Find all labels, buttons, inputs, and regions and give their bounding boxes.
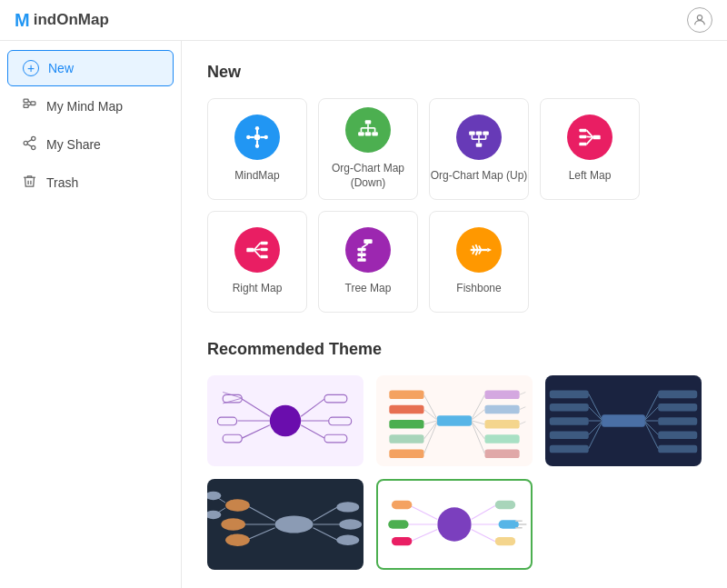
map-card-rightmap[interactable]: Right Map [207, 211, 307, 313]
svg-rect-53 [357, 248, 365, 252]
svg-rect-108 [550, 404, 589, 412]
svg-point-132 [221, 518, 245, 530]
svg-point-67 [270, 405, 301, 436]
sidebar-mymindmap-label: My Mind Map [46, 99, 123, 114]
leftmap-label: Left Map [569, 169, 612, 184]
theme-card-3[interactable] [545, 375, 702, 466]
svg-line-145 [410, 505, 437, 519]
map-card-orgchartup[interactable]: Org-Chart Map (Up) [429, 98, 529, 200]
svg-rect-118 [658, 404, 697, 412]
sidebar-item-myshare[interactable]: My Share [7, 126, 174, 163]
svg-point-131 [225, 499, 250, 511]
svg-line-123 [645, 407, 658, 420]
header: M indOnMap [0, 0, 727, 41]
svg-rect-2 [24, 105, 28, 108]
map-card-fishbone[interactable]: Fishbone [429, 211, 529, 313]
theme-preview-5 [378, 481, 531, 568]
svg-rect-20 [365, 121, 372, 125]
map-grid: MindMap [207, 98, 702, 313]
svg-rect-41 [579, 143, 586, 146]
svg-rect-82 [437, 415, 472, 425]
svg-rect-119 [658, 417, 697, 425]
svg-rect-85 [389, 420, 423, 429]
svg-rect-120 [658, 431, 697, 439]
svg-rect-40 [579, 135, 586, 139]
svg-point-0 [697, 15, 702, 20]
logo-m-letter: M [15, 10, 30, 31]
sidebar-item-mymindmap[interactable]: My Mind Map [7, 88, 174, 125]
theme-preview-2 [376, 375, 533, 466]
svg-rect-106 [602, 414, 645, 426]
svg-line-112 [589, 394, 602, 419]
svg-rect-111 [550, 445, 589, 453]
map-card-orgchartdown[interactable]: Org-Chart Map (Down) [318, 98, 418, 200]
svg-line-151 [472, 505, 495, 519]
svg-line-102 [472, 423, 484, 453]
mindmap-label: MindMap [234, 169, 279, 184]
map-card-mindmap[interactable]: MindMap [207, 98, 307, 200]
svg-rect-154 [495, 501, 515, 509]
map-card-treemap[interactable]: Tree Map [318, 211, 418, 313]
svg-line-122 [645, 394, 658, 419]
sidebar-item-new[interactable]: + New [7, 50, 174, 86]
mymindmap-icon [22, 97, 37, 115]
svg-line-98 [472, 394, 484, 419]
svg-line-10 [27, 140, 32, 143]
theme-preview-1 [207, 375, 364, 466]
myshare-icon [22, 135, 37, 154]
theme-card-5[interactable] [376, 479, 533, 570]
recommended-section: Recommended Theme [207, 340, 702, 570]
rightmap-icon-circle [234, 227, 280, 273]
sidebar: + New My Mind Map [0, 41, 182, 588]
theme-preview-3 [545, 375, 702, 466]
svg-line-92 [424, 423, 437, 453]
mindmap-icon-circle [234, 115, 280, 160]
theme-card-1[interactable] [207, 375, 364, 466]
svg-point-127 [275, 515, 314, 533]
map-card-leftmap[interactable]: Left Map [540, 98, 640, 200]
svg-rect-117 [658, 391, 697, 399]
svg-rect-39 [579, 129, 586, 133]
svg-rect-107 [550, 391, 589, 399]
rightmap-label: Right Map [233, 282, 283, 296]
svg-line-115 [589, 422, 602, 434]
svg-point-18 [246, 135, 250, 139]
svg-rect-55 [357, 259, 365, 263]
new-icon: + [23, 60, 39, 76]
svg-rect-54 [357, 254, 365, 257]
svg-rect-52 [364, 240, 372, 244]
svg-line-125 [645, 422, 658, 434]
svg-line-126 [645, 423, 658, 449]
svg-line-91 [424, 422, 437, 439]
svg-rect-45 [246, 248, 254, 253]
svg-line-138 [314, 507, 338, 521]
svg-rect-95 [484, 420, 519, 429]
user-avatar-button[interactable] [687, 7, 712, 33]
theme-preview-4 [207, 479, 364, 570]
orgchartdown-icon-circle [345, 107, 391, 153]
svg-rect-86 [389, 434, 423, 443]
svg-line-103 [520, 392, 526, 394]
svg-line-140 [314, 528, 338, 540]
theme-card-4[interactable] [207, 479, 364, 570]
svg-line-74 [301, 399, 324, 416]
theme-card-2[interactable] [376, 375, 533, 466]
svg-line-113 [589, 407, 602, 420]
svg-rect-77 [324, 394, 347, 403]
svg-rect-94 [484, 405, 519, 414]
svg-point-6 [32, 136, 35, 140]
sidebar-new-label: New [48, 61, 74, 75]
svg-rect-47 [261, 248, 268, 252]
svg-line-70 [242, 425, 270, 438]
svg-line-44 [587, 137, 593, 145]
svg-line-128 [246, 505, 275, 521]
sidebar-myshare-label: My Share [46, 137, 101, 152]
svg-line-147 [410, 530, 437, 542]
svg-rect-148 [392, 501, 412, 509]
sidebar-item-trash[interactable]: Trash [7, 164, 174, 201]
svg-line-56 [362, 244, 368, 248]
recommended-section-title: Recommended Theme [207, 340, 702, 359]
svg-line-9 [27, 145, 32, 147]
svg-point-19 [264, 135, 268, 139]
svg-rect-79 [324, 434, 347, 443]
